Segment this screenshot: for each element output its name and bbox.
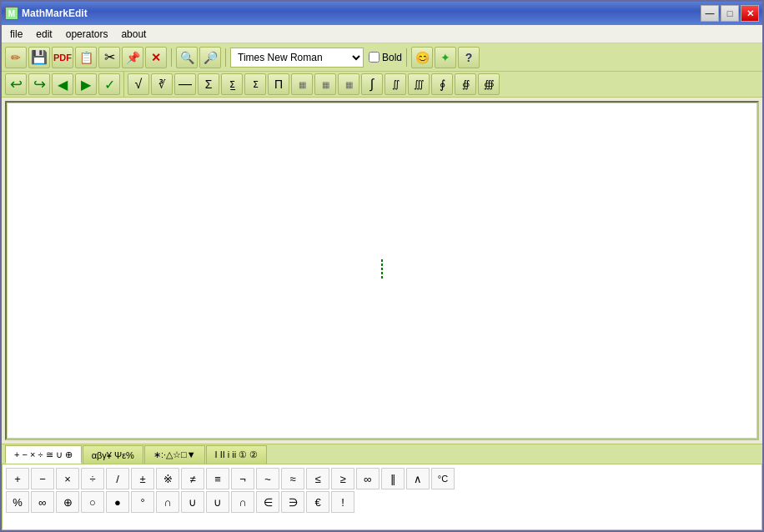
- sum2-button[interactable]: Σ̲: [221, 73, 243, 95]
- integral1-button[interactable]: ∫: [361, 73, 383, 95]
- sym-degree-c[interactable]: °C: [431, 468, 455, 489]
- sym-circle-o[interactable]: ○: [81, 491, 104, 513]
- window-title: MathMarkEdit: [22, 8, 88, 19]
- matrix3-button[interactable]: ▦: [338, 73, 359, 95]
- check-button[interactable]: ✓: [98, 73, 120, 95]
- zoom-in-button[interactable]: 🔍: [176, 47, 198, 68]
- help-button[interactable]: ?: [458, 47, 480, 68]
- separator-3: [406, 48, 407, 67]
- sym-cup[interactable]: ∪: [181, 491, 204, 513]
- sym-degree[interactable]: °: [131, 491, 154, 513]
- sym-cap2[interactable]: ∩: [231, 491, 254, 513]
- main-toolbar: ✏ 💾 PDF 📋 ✂ 📌 ✕ 🔍 🔎 Times New Roman Aria…: [2, 43, 762, 72]
- sym-oplus[interactable]: ⊕: [56, 491, 79, 513]
- delete-button[interactable]: ✕: [145, 47, 167, 68]
- sym-approx[interactable]: ≈: [281, 468, 304, 489]
- editor-canvas[interactable]: [7, 103, 757, 439]
- minimize-button[interactable]: —: [701, 5, 719, 22]
- sym-div[interactable]: ÷: [81, 468, 104, 489]
- sym-ref[interactable]: ※: [156, 468, 179, 489]
- close-button[interactable]: ✕: [741, 5, 759, 22]
- sym-times[interactable]: ×: [56, 468, 79, 489]
- pdf-button[interactable]: PDF: [52, 47, 73, 68]
- smiley-button[interactable]: 😊: [411, 47, 433, 68]
- integral3-button[interactable]: ∭: [408, 73, 430, 95]
- redo-button[interactable]: ↪: [28, 73, 50, 95]
- back-button[interactable]: ◀: [52, 73, 73, 95]
- title-buttons: — □ ✕: [701, 5, 759, 22]
- undo-toolbar: ↩ ↪ ◀ ▶ ✓: [2, 72, 124, 97]
- save-button[interactable]: 💾: [28, 47, 50, 68]
- zoom-out-button[interactable]: 🔎: [199, 47, 221, 68]
- cursor: [377, 259, 387, 283]
- matrix1-button[interactable]: ▦: [291, 73, 313, 95]
- star-button[interactable]: ✦: [435, 47, 456, 68]
- sym-equiv[interactable]: ≡: [206, 468, 229, 489]
- sym-neq[interactable]: ≠: [181, 468, 204, 489]
- nthroot-button[interactable]: ∛: [151, 73, 173, 95]
- menu-edit[interactable]: edit: [29, 27, 58, 42]
- forward-button[interactable]: ▶: [75, 73, 97, 95]
- integral2-button[interactable]: ∬: [385, 73, 406, 95]
- sym-in[interactable]: ∈: [256, 491, 279, 513]
- maximize-button[interactable]: □: [721, 5, 739, 22]
- sym-ni[interactable]: ∋: [281, 491, 304, 513]
- product-button[interactable]: Π: [268, 73, 289, 95]
- bold-label: Bold: [382, 52, 402, 63]
- font-select[interactable]: Times New Roman Arial Courier New: [230, 48, 364, 68]
- sym-cap[interactable]: ∩: [156, 491, 179, 513]
- sym-and[interactable]: ∧: [406, 468, 430, 489]
- hline-button[interactable]: —: [174, 73, 196, 95]
- tab-greek[interactable]: αβγ¥ Ψε%: [83, 445, 143, 464]
- main-window: M MathMarkEdit — □ ✕ file edit operators…: [0, 0, 764, 532]
- sym-infty[interactable]: ∞: [356, 468, 379, 489]
- contour3-button[interactable]: ∰: [478, 73, 500, 95]
- sym-neg[interactable]: ¬: [231, 468, 254, 489]
- tab-roman[interactable]: I II i ii ① ②: [206, 445, 268, 464]
- bold-area: Bold: [369, 52, 402, 63]
- combined-toolbar: ↩ ↪ ◀ ▶ ✓ √ ∛ — Σ Σ̲ Σ̈ Π ▦ ▦ ▦ ∫ ∬ ∭: [2, 72, 762, 98]
- sym-slash[interactable]: /: [106, 468, 129, 489]
- menu-operators[interactable]: operators: [59, 27, 115, 42]
- pencil-button[interactable]: ✏: [5, 47, 27, 68]
- symbol-tabs: + − × ÷ ≅ ∪ ⊕ αβγ¥ Ψε% ∗:·△☆□▼ I II i ii…: [2, 444, 762, 464]
- symbol-panel: + − × ÷ / ± ※ ≠ ≡ ¬ ~ ≈ ≤ ≥ ∞ ‖ ∧ °C % ∞…: [2, 464, 762, 530]
- contour2-button[interactable]: ∯: [455, 73, 476, 95]
- menu-bar: file edit operators about: [2, 25, 762, 43]
- undo-button[interactable]: ↩: [5, 73, 27, 95]
- paste-button[interactable]: 📌: [122, 47, 143, 68]
- tab-arithmetic[interactable]: + − × ÷ ≅ ∪ ⊕: [5, 445, 82, 464]
- sym-norm[interactable]: ‖: [381, 468, 405, 489]
- sym-plus[interactable]: +: [6, 468, 29, 489]
- bold-checkbox[interactable]: [369, 52, 379, 63]
- tab-special[interactable]: ∗:·△☆□▼: [144, 445, 205, 464]
- sym-infty2[interactable]: ∞: [31, 491, 54, 513]
- separator-2: [225, 48, 226, 67]
- matrix2-button[interactable]: ▦: [314, 73, 336, 95]
- sym-geq[interactable]: ≥: [331, 468, 354, 489]
- menu-about[interactable]: about: [114, 27, 153, 42]
- symbol-row-2: % ∞ ⊕ ○ ● ° ∩ ∪ ∪ ∩ ∈ ∋ € !: [6, 491, 758, 513]
- sym-euro[interactable]: €: [306, 491, 329, 513]
- app-icon: M: [5, 7, 18, 20]
- title-bar-left: M MathMarkEdit: [5, 7, 88, 20]
- title-bar: M MathMarkEdit — □ ✕: [2, 2, 762, 25]
- copy-button[interactable]: 📋: [75, 47, 97, 68]
- sym-percent[interactable]: %: [6, 491, 29, 513]
- sqrt-button[interactable]: √: [128, 73, 149, 95]
- cut-button[interactable]: ✂: [98, 47, 120, 68]
- sym-cup2[interactable]: ∪: [206, 491, 229, 513]
- contour1-button[interactable]: ∮: [431, 73, 453, 95]
- menu-file[interactable]: file: [3, 27, 29, 42]
- sym-pm[interactable]: ±: [131, 468, 154, 489]
- sum1-button[interactable]: Σ: [198, 73, 219, 95]
- sym-leq[interactable]: ≤: [306, 468, 329, 489]
- sym-tilde[interactable]: ~: [256, 468, 279, 489]
- sum3-button[interactable]: Σ̈: [244, 73, 266, 95]
- editor-area[interactable]: [5, 101, 759, 440]
- sym-excl[interactable]: !: [331, 491, 354, 513]
- math-toolbar: √ ∛ — Σ Σ̲ Σ̈ Π ▦ ▦ ▦ ∫ ∬ ∭ ∮ ∯ ∰: [124, 72, 762, 97]
- sym-minus[interactable]: −: [31, 468, 54, 489]
- symbol-row-1: + − × ÷ / ± ※ ≠ ≡ ¬ ~ ≈ ≤ ≥ ∞ ‖ ∧ °C: [6, 468, 758, 489]
- sym-bullet[interactable]: ●: [106, 491, 129, 513]
